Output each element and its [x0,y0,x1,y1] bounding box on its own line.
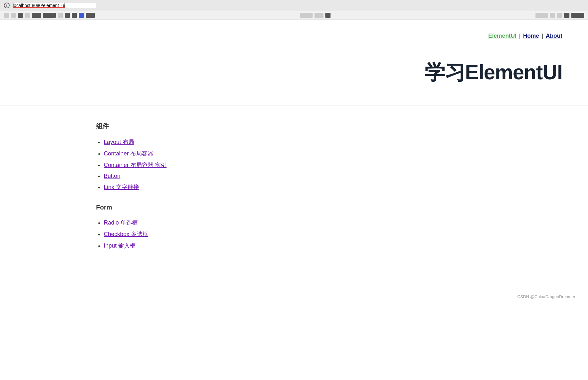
link-input[interactable]: Input 输入框 [104,242,135,249]
list-item: Layout 布局 [104,138,562,146]
main-nav: ElementUI | Home | About [0,20,588,49]
bookmark-11[interactable] [86,13,95,18]
nav-sep-2: | [542,33,543,39]
list-item: Container 布局容器 [104,150,562,157]
browser-chrome: i [0,0,588,11]
link-button[interactable]: Button [104,173,120,179]
components-section-title: 组件 [96,122,562,131]
bookmark-12[interactable] [300,13,313,18]
bookmark-3[interactable] [18,13,23,18]
bookmark-2[interactable] [11,13,16,18]
form-section-title: Form [96,204,562,211]
bookmark-14[interactable] [325,13,331,18]
components-section: 组件 Layout 布局 Container 布局容器 Container 布局… [96,122,562,191]
link-layout[interactable]: Layout 布局 [104,139,134,145]
footer-text: CSDN @ChinaDragonDreamer [517,294,575,299]
list-item: Button [104,173,562,179]
link-checkbox[interactable]: Checkbox 多选框 [104,231,148,237]
info-icon: i [4,3,10,8]
bookmark-bar [0,11,588,20]
bookmark-4[interactable] [25,13,30,18]
bookmark-7[interactable] [58,13,63,18]
bookmark-19[interactable] [571,13,584,18]
components-link-list: Layout 布局 Container 布局容器 Container 布局容器 … [96,138,562,191]
nav-link-home[interactable]: Home [523,33,539,39]
bookmark-8[interactable] [65,13,70,18]
bookmark-18[interactable] [564,13,569,18]
bookmark-10[interactable] [79,13,84,18]
nav-link-elementui[interactable]: ElementUI [488,33,517,39]
address-bar[interactable] [13,3,96,8]
page-content: ElementUI | Home | About 学习ElementUI 组件 … [0,20,588,374]
bookmark-5[interactable] [32,13,41,18]
link-radio[interactable]: Radio 单选框 [104,219,138,226]
bookmark-6[interactable] [43,13,56,18]
form-link-list: Radio 单选框 Checkbox 多选框 Input 输入框 [96,219,562,249]
list-item: Link 文字链接 [104,183,562,191]
link-container-example[interactable]: Container 布局容器 实例 [104,162,167,168]
hero-section: 学习ElementUI [0,49,588,106]
bookmark-17[interactable] [557,13,562,18]
list-item: Checkbox 多选框 [104,230,562,238]
form-section: Form Radio 单选框 Checkbox 多选框 Input 输入框 [96,204,562,249]
nav-sep-1: | [519,33,521,39]
bookmark-13[interactable] [314,13,323,18]
link-container[interactable]: Container 布局容器 [104,150,153,157]
page-footer: CSDN @ChinaDragonDreamer [0,288,588,305]
bookmark-15[interactable] [535,13,548,18]
list-item: Radio 单选框 [104,219,562,226]
bookmark-9[interactable] [72,13,77,18]
list-item: Input 输入框 [104,242,562,249]
list-item: Container 布局容器 实例 [104,161,562,169]
main-content: 组件 Layout 布局 Container 布局容器 Container 布局… [0,106,588,288]
nav-link-about[interactable]: About [546,33,562,39]
link-link[interactable]: Link 文字链接 [104,184,139,190]
bookmark-16[interactable] [550,13,555,18]
bookmark-1[interactable] [4,13,9,18]
hero-title: 学习ElementUI [425,59,562,86]
